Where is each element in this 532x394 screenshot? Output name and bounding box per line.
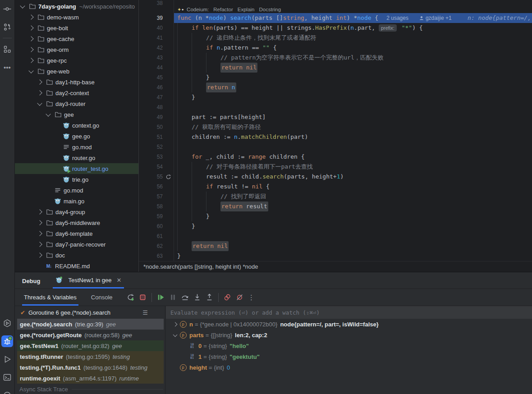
mute-breakpoints-icon[interactable] bbox=[234, 292, 246, 303]
tab-console[interactable]: Console bbox=[89, 289, 115, 306]
chevron-right-icon[interactable] bbox=[37, 252, 42, 257]
stop-icon[interactable] bbox=[137, 292, 149, 303]
editor-gutter[interactable]: 50 bbox=[139, 122, 174, 132]
tree-item-gee[interactable]: gee bbox=[15, 109, 138, 120]
view-breakpoints-icon[interactable] bbox=[221, 292, 234, 303]
frame-row[interactable]: testing.tRunner(testing.go:1595)testing bbox=[17, 351, 164, 362]
tree-item-gee-web[interactable]: gee-web bbox=[15, 66, 138, 77]
editor-gutter[interactable]: 39 bbox=[139, 13, 174, 23]
tree-item-doc[interactable]: doc bbox=[15, 250, 138, 261]
editor-gutter[interactable]: 49 bbox=[139, 112, 174, 122]
chevron-right-icon[interactable] bbox=[37, 79, 42, 84]
editor-gutter[interactable]: 42 bbox=[139, 43, 174, 53]
editor-gutter[interactable]: 61 bbox=[139, 231, 174, 241]
tree-item-day2-context[interactable]: day2-context bbox=[15, 87, 138, 98]
editor-gutter[interactable]: 45 bbox=[139, 73, 174, 82]
chevron-right-icon[interactable] bbox=[170, 323, 179, 326]
tree-item-context.go[interactable]: context.go bbox=[15, 120, 138, 131]
notifications-icon[interactable] bbox=[1, 389, 13, 394]
editor-gutter[interactable]: 41 bbox=[139, 33, 174, 43]
tree-item-router_test.go[interactable]: router_test.go bbox=[15, 163, 138, 174]
evaluate-expression-input[interactable]: Evaluate expression (⏎) or add a watch (… bbox=[166, 306, 532, 319]
variable-row-1[interactable]: 10011={string}"geektutu" bbox=[166, 351, 532, 362]
editor-gutter[interactable]: 46 bbox=[139, 82, 174, 92]
tree-item-demo-wasm[interactable]: demo-wasm bbox=[15, 12, 138, 23]
tree-item-gee-cache[interactable]: gee-cache bbox=[15, 33, 138, 44]
tree-item-gee-orm[interactable]: gee-orm bbox=[15, 44, 138, 55]
chevron-down-icon[interactable] bbox=[20, 3, 25, 8]
chevron-down-icon[interactable] bbox=[28, 68, 33, 73]
chevron-right-icon[interactable] bbox=[28, 58, 33, 63]
editor-gutter[interactable]: 56 bbox=[139, 182, 174, 192]
usages-hint[interactable]: 2 usages bbox=[386, 13, 408, 23]
editor-gutter[interactable]: 57 bbox=[139, 192, 174, 202]
editor-gutter[interactable]: 55 bbox=[139, 172, 174, 182]
editor-gutter[interactable]: 62 bbox=[139, 241, 174, 251]
tree-item-day5-middleware[interactable]: day5-middleware bbox=[15, 217, 138, 228]
more-icon[interactable]: ⋮ bbox=[246, 292, 258, 303]
chevron-right-icon[interactable] bbox=[28, 14, 33, 19]
services-icon[interactable] bbox=[1, 317, 13, 329]
rerun-icon[interactable] bbox=[124, 292, 137, 303]
code-editor[interactable]: 38✦✦Codeium:RefactorExplainDocstring39fu… bbox=[139, 0, 532, 261]
run-icon[interactable] bbox=[1, 353, 13, 365]
tree-item-day4-group[interactable]: day4-group bbox=[15, 206, 138, 217]
variable-row-0[interactable]: 10010={string}"hello" bbox=[166, 340, 532, 351]
chevron-down-icon[interactable] bbox=[170, 334, 179, 336]
tree-item-router.go[interactable]: router.go bbox=[15, 152, 138, 163]
editor-gutter[interactable]: 54 bbox=[139, 162, 174, 172]
editor-gutter[interactable]: 60 bbox=[139, 221, 174, 231]
tree-item-go.mod[interactable]: go.mod bbox=[15, 185, 138, 196]
frame-row[interactable]: runtime.goexit(asm_arm64.s:1197)runtime bbox=[17, 373, 164, 384]
editor-gutter[interactable]: 44 bbox=[139, 63, 174, 73]
commit-icon[interactable] bbox=[1, 3, 13, 15]
variable-row-height[interactable]: pheight={int}0 bbox=[166, 362, 532, 373]
tree-item-gee-bolt[interactable]: gee-bolt bbox=[15, 23, 138, 33]
step-out-icon[interactable] bbox=[203, 292, 216, 303]
version-control-icon[interactable] bbox=[1, 21, 13, 33]
chevron-right-icon[interactable] bbox=[28, 36, 33, 41]
tree-item-day1-http-base[interactable]: day1-http-base bbox=[15, 77, 138, 87]
pause-icon[interactable] bbox=[167, 292, 179, 303]
chevron-right-icon[interactable] bbox=[37, 90, 42, 95]
frame-row[interactable]: gee.(*node).search(trie.go:39)gee bbox=[17, 319, 164, 330]
chevron-right-icon[interactable] bbox=[37, 220, 42, 225]
debug-session-tab[interactable]: TestNew1 in gee ✕ bbox=[53, 276, 124, 289]
chevron-down-icon[interactable] bbox=[37, 101, 42, 105]
frames-menu-icon[interactable]: ☰ bbox=[142, 309, 148, 316]
editor-gutter[interactable]: 47 bbox=[139, 92, 174, 102]
editor-gutter[interactable]: 38 bbox=[139, 0, 174, 6]
editor-gutter[interactable]: 63 bbox=[139, 251, 174, 261]
chevron-right-icon[interactable] bbox=[37, 242, 42, 247]
tree-item-README.md[interactable]: M↓README.md bbox=[15, 261, 138, 271]
chevron-right-icon[interactable] bbox=[37, 231, 42, 236]
editor-gutter[interactable]: 59 bbox=[139, 211, 174, 221]
step-over-icon[interactable] bbox=[179, 292, 191, 303]
tree-item-trie.go[interactable]: trie.go bbox=[15, 174, 138, 185]
editor-gutter[interactable]: 48 bbox=[139, 102, 174, 112]
codeium-action-refactor[interactable]: Refactor bbox=[213, 6, 233, 13]
debug-icon[interactable] bbox=[1, 335, 13, 347]
step-into-icon[interactable] bbox=[191, 292, 203, 303]
variable-row-parts[interactable]: pparts={[]string}len:2, cap:2 bbox=[166, 330, 532, 340]
editor-gutter[interactable]: 51 bbox=[139, 132, 174, 142]
goroutine-selector[interactable]: ✔ Goroutine 6 gee.(*node).search ☰ bbox=[15, 306, 165, 319]
structure-icon[interactable] bbox=[1, 43, 13, 55]
tree-item-day7-panic-recover[interactable]: day7-panic-recover bbox=[15, 239, 138, 250]
tab-threads-variables[interactable]: Threads & Variables bbox=[22, 289, 78, 306]
more-tool-windows-icon[interactable]: ••• bbox=[1, 61, 13, 73]
recursive-call-icon[interactable] bbox=[163, 173, 174, 180]
chevron-down-icon[interactable] bbox=[155, 310, 160, 314]
editor-gutter[interactable]: 53 bbox=[139, 152, 174, 162]
tree-item-gee.go[interactable]: gee.go bbox=[15, 131, 138, 142]
tree-item-7days-golang[interactable]: 7days-golang~/workspace/reposito bbox=[15, 1, 138, 12]
editor-gutter[interactable]: 43 bbox=[139, 53, 174, 63]
tree-item-go.mod[interactable]: go.mod bbox=[15, 142, 138, 152]
tree-item-gee-rpc[interactable]: gee-rpc bbox=[15, 55, 138, 66]
codeium-action-explain[interactable]: Explain bbox=[238, 6, 255, 13]
editor-gutter[interactable]: 58 bbox=[139, 202, 174, 211]
terminal-icon[interactable] bbox=[1, 371, 13, 383]
close-icon[interactable]: ✕ bbox=[117, 277, 122, 284]
tree-item-day3-router[interactable]: day3-router bbox=[15, 98, 138, 109]
tree-item-day6-template[interactable]: day6-template bbox=[15, 228, 138, 239]
